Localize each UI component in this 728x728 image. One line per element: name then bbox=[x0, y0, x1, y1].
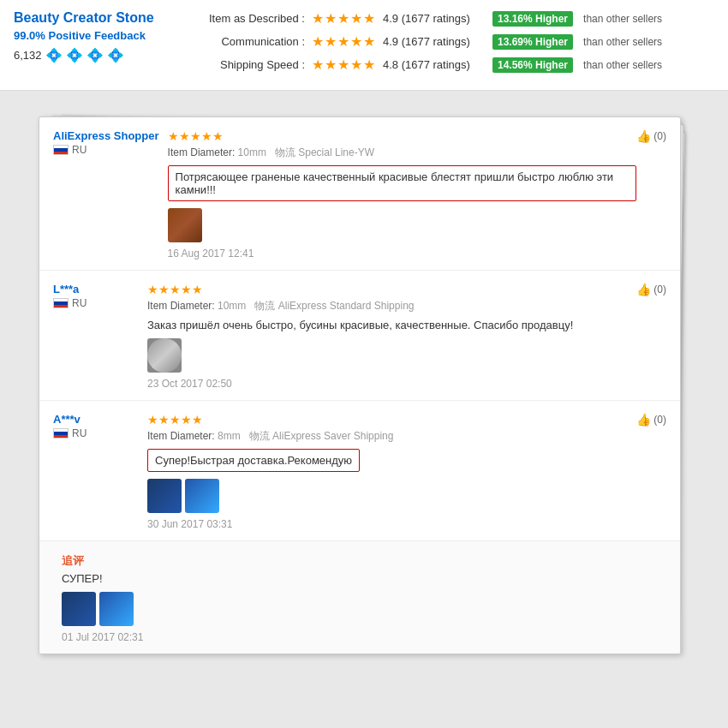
review-header: L***a RU ★★★★★ Item Diameter: 10mm 物流 Al… bbox=[53, 283, 666, 390]
review-header: A***v RU ★★★★★ Item Diameter: 8mm 物流 Ali… bbox=[53, 413, 666, 530]
rating-stars: ★★★★★ bbox=[312, 57, 376, 73]
ratings-block: Item as Described : ★★★★★ 4.9 (1677 rati… bbox=[194, 10, 714, 80]
shipping-method: Special Line-YW bbox=[298, 146, 374, 158]
reviews-stack-container: AliExpress Shopper RU ★★★★★ Item Diamete… bbox=[39, 116, 689, 630]
review-item: A***v RU ★★★★★ Item Diameter: 8mm 物流 Ali… bbox=[39, 401, 680, 541]
like-number: (0) bbox=[653, 130, 666, 142]
followup-header: 追评 bbox=[62, 553, 666, 569]
country-code: RU bbox=[72, 297, 87, 309]
review-main: ★★★★★ Item Diameter: 8mm 物流 AliExpress S… bbox=[147, 413, 636, 530]
rating-row: Item as Described : ★★★★★ 4.9 (1677 rati… bbox=[194, 10, 714, 27]
like-count[interactable]: 👍 (0) bbox=[636, 283, 666, 296]
reviewer-name[interactable]: AliExpress Shopper bbox=[53, 129, 159, 142]
rating-label: Item as Described : bbox=[194, 12, 305, 25]
shipping-label: 物流 bbox=[254, 300, 275, 312]
shipping-label: 物流 bbox=[275, 146, 295, 158]
thumbs-up-icon: 👍 bbox=[636, 283, 651, 296]
rating-score: 4.9 (1677 ratings) bbox=[383, 35, 486, 48]
meta-label: Item Diameter: bbox=[147, 430, 215, 442]
country-code: RU bbox=[72, 427, 87, 439]
country-code: RU bbox=[72, 144, 87, 156]
like-count[interactable]: 👍 (0) bbox=[636, 413, 666, 427]
rating-score: 4.9 (1677 ratings) bbox=[383, 12, 486, 25]
review-date: 30 Jun 2017 03:31 bbox=[147, 518, 636, 530]
seller-feedback: 99.0% Positive Feedback bbox=[14, 29, 176, 42]
diamond-icon-2: 💠 bbox=[66, 47, 83, 63]
like-number: (0) bbox=[653, 414, 666, 426]
followup-image[interactable] bbox=[62, 592, 96, 626]
review-text: Потрясающее граненые качественный красив… bbox=[168, 165, 637, 201]
review-image[interactable] bbox=[147, 479, 182, 513]
rating-bar: 14.56% Higher bbox=[492, 57, 573, 73]
reviewer-info: A***v RU bbox=[53, 413, 139, 439]
review-text: Заказ пришёл очень быстро, бусины красив… bbox=[147, 319, 636, 331]
seller-header: Beauty Creator Stone 99.0% Positive Feed… bbox=[0, 0, 728, 91]
reviewer-country: RU bbox=[53, 427, 139, 439]
followup-image-2[interactable] bbox=[99, 592, 134, 626]
flag-ru-icon bbox=[53, 145, 69, 155]
followup-date: 01 Jul 2017 02:31 bbox=[62, 631, 666, 643]
review-image[interactable] bbox=[168, 208, 202, 242]
rating-score: 4.8 (1677 ratings) bbox=[383, 58, 486, 71]
review-main: ★★★★★ Item Diameter: 10mm 物流 AliExpress … bbox=[147, 283, 636, 390]
reviewer-name[interactable]: A***v bbox=[53, 413, 139, 426]
review-images bbox=[147, 338, 636, 373]
review-item: AliExpress Shopper RU ★★★★★ Item Diamete… bbox=[39, 117, 680, 271]
thumbs-up-icon: 👍 bbox=[636, 413, 651, 427]
review-meta: Item Diameter: 10mm 物流 AliExpress Standa… bbox=[147, 299, 636, 313]
rating-bar: 13.69% Higher bbox=[492, 34, 573, 50]
reviewer-name[interactable]: L***a bbox=[53, 283, 139, 295]
reviews-main-card: AliExpress Shopper RU ★★★★★ Item Diamete… bbox=[39, 116, 681, 654]
seller-name[interactable]: Beauty Creator Stone bbox=[14, 10, 176, 26]
flag-ru-icon bbox=[53, 298, 69, 308]
review-main: ★★★★★ Item Diameter: 10mm 物流 Special Lin… bbox=[168, 129, 637, 260]
review-text: Супер!Быстрая доставка.Рекомендую bbox=[147, 449, 360, 472]
feedback-label: Positive Feedback bbox=[49, 29, 146, 42]
meta-label: Item Diameter: bbox=[168, 146, 236, 158]
like-number: (0) bbox=[653, 283, 666, 295]
seller-diamonds: 6,132 💠 💠 💠 💠 bbox=[14, 47, 176, 63]
thumbs-up-icon: 👍 bbox=[636, 129, 651, 143]
rating-label: Shipping Speed : bbox=[194, 58, 305, 71]
followup-review: 追评 СУПЕР! 01 Jul 2017 02:31 bbox=[39, 541, 680, 653]
review-image[interactable] bbox=[147, 338, 182, 373]
shipping-label: 物流 bbox=[249, 430, 270, 442]
rating-stars: ★★★★★ bbox=[312, 10, 376, 27]
feedback-percent: 99.0% bbox=[14, 29, 45, 42]
diamond-count: 6,132 bbox=[14, 49, 42, 62]
rating-comparison: than other sellers bbox=[583, 13, 662, 25]
shipping-method: AliExpress Saver Shipping bbox=[272, 430, 393, 442]
seller-info-left: Beauty Creator Stone 99.0% Positive Feed… bbox=[14, 10, 176, 63]
rating-comparison: than other sellers bbox=[583, 59, 662, 71]
diamond-icon-3: 💠 bbox=[87, 47, 104, 63]
rating-comparison: than other sellers bbox=[583, 36, 662, 48]
review-stars: ★★★★★ bbox=[147, 283, 636, 296]
review-stars: ★★★★★ bbox=[147, 413, 636, 427]
review-meta: Item Diameter: 8mm 物流 AliExpress Saver S… bbox=[147, 429, 636, 444]
followup-text: СУПЕР! bbox=[62, 572, 666, 585]
review-stars: ★★★★★ bbox=[168, 129, 637, 143]
review-date: 23 Oct 2017 02:50 bbox=[147, 378, 636, 390]
shipping-method: AliExpress Standard Shipping bbox=[278, 300, 415, 312]
rating-row: Communication : ★★★★★ 4.9 (1677 ratings)… bbox=[194, 33, 714, 50]
rating-row: Shipping Speed : ★★★★★ 4.8 (1677 ratings… bbox=[194, 57, 714, 73]
like-count[interactable]: 👍 (0) bbox=[636, 129, 666, 143]
review-date: 16 Aug 2017 12:41 bbox=[168, 248, 637, 260]
rating-label: Communication : bbox=[194, 35, 305, 48]
meta-label: Item Diameter: bbox=[147, 300, 215, 312]
reviewer-info: AliExpress Shopper RU bbox=[53, 129, 159, 156]
diamond-icon-1: 💠 bbox=[45, 47, 63, 63]
reviewer-country: RU bbox=[53, 144, 159, 156]
flag-ru-icon bbox=[53, 428, 69, 439]
review-item: L***a RU ★★★★★ Item Diameter: 10mm 物流 Al… bbox=[39, 271, 680, 401]
review-images bbox=[168, 208, 637, 242]
review-image-2[interactable] bbox=[185, 479, 219, 513]
review-meta: Item Diameter: 10mm 物流 Special Line-YW bbox=[168, 146, 637, 160]
rating-bar: 13.16% Higher bbox=[492, 11, 573, 27]
review-header: AliExpress Shopper RU ★★★★★ Item Diamete… bbox=[53, 129, 666, 260]
reviewer-country: RU bbox=[53, 297, 139, 309]
rating-stars: ★★★★★ bbox=[312, 33, 376, 50]
reviewer-info: L***a RU bbox=[53, 283, 139, 309]
diamond-icon-4: 💠 bbox=[107, 47, 124, 63]
review-images bbox=[147, 479, 636, 513]
